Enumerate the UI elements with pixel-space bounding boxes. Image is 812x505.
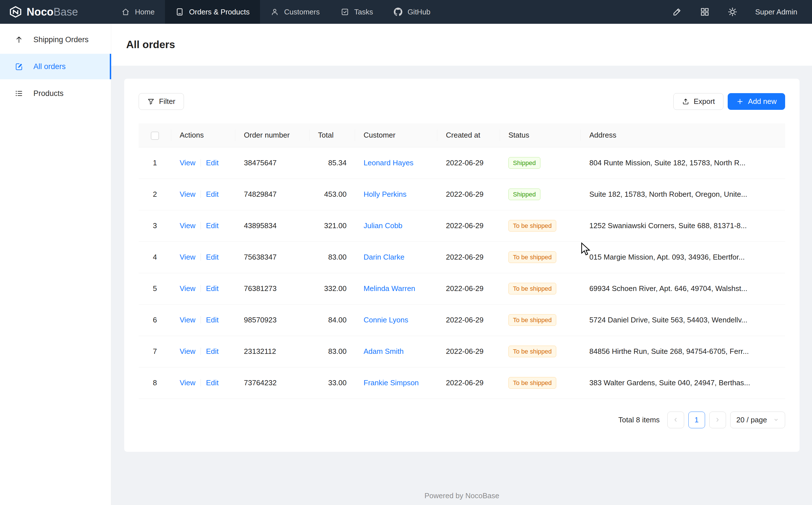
status-badge: To be shipped xyxy=(508,220,556,231)
row-index: 4 xyxy=(139,241,171,273)
cell-total: 84.00 xyxy=(309,304,355,336)
edit-link[interactable]: Edit xyxy=(206,284,219,293)
cell-order-number: 74829847 xyxy=(235,179,309,210)
cell-created-at: 2022-06-29 xyxy=(438,273,500,304)
plugin-manager-button[interactable] xyxy=(700,7,710,17)
orders-products-icon xyxy=(176,8,184,16)
cell-order-number: 75638347 xyxy=(235,241,309,273)
cell-customer: Leonard Hayes xyxy=(355,147,438,179)
status-badge: To be shipped xyxy=(508,346,556,357)
content-area: Filter Export Add new xyxy=(111,66,812,505)
edit-link[interactable]: Edit xyxy=(206,347,219,356)
cell-order-number: 38475647 xyxy=(235,147,309,179)
github-icon xyxy=(394,8,402,16)
header-order-number: Order number xyxy=(235,124,309,147)
nav-item-tasks[interactable]: Tasks xyxy=(330,0,383,24)
header-total: Total xyxy=(309,124,355,147)
view-link[interactable]: View xyxy=(180,284,196,293)
customer-link[interactable]: Frankie Simpson xyxy=(363,378,419,387)
add-new-button[interactable]: Add new xyxy=(728,93,785,110)
grid-icon xyxy=(700,7,710,17)
view-link[interactable]: View xyxy=(180,190,196,198)
settings-button[interactable] xyxy=(728,7,738,17)
nav-item-label: Tasks xyxy=(354,8,373,16)
pagination-total: Total 8 items xyxy=(618,415,660,424)
export-icon xyxy=(682,98,690,105)
cell-customer: Darin Clarke xyxy=(355,241,438,273)
export-label: Export xyxy=(694,97,715,106)
sidebar-item-all-orders[interactable]: All orders xyxy=(0,54,111,79)
edit-link[interactable]: Edit xyxy=(206,316,219,324)
user-menu[interactable]: Super Admin xyxy=(755,8,797,16)
nav-item-home[interactable]: Home xyxy=(111,0,165,24)
table-row: 8 ViewEdit 73764232 33.00 Frankie Simpso… xyxy=(139,367,785,398)
pagination-next-button[interactable] xyxy=(709,411,726,428)
logo-text: NocoBase xyxy=(27,6,78,18)
pagination-prev-button[interactable] xyxy=(667,411,684,428)
cell-created-at: 2022-06-29 xyxy=(438,336,500,367)
customer-link[interactable]: Adam Smith xyxy=(363,347,404,356)
cell-total: 83.00 xyxy=(309,241,355,273)
page-size-value: 20 / page xyxy=(737,415,767,424)
header-actions: Actions xyxy=(171,124,235,147)
view-link[interactable]: View xyxy=(180,347,196,356)
nav-item-orders-products[interactable]: Orders & Products xyxy=(165,0,260,24)
pagination-page-1[interactable]: 1 xyxy=(689,411,705,428)
divider xyxy=(201,316,201,324)
cell-status: To be shipped xyxy=(500,273,581,304)
cell-status: To be shipped xyxy=(500,304,581,336)
customer-link[interactable]: Leonard Hayes xyxy=(363,159,414,167)
form-icon xyxy=(15,62,23,71)
row-index: 7 xyxy=(139,336,171,367)
ui-editor-button[interactable] xyxy=(672,7,682,17)
nocobase-logo[interactable]: NocoBase xyxy=(0,0,111,24)
cell-created-at: 2022-06-29 xyxy=(438,147,500,179)
sidebar-item-shipping-orders[interactable]: Shipping Orders xyxy=(0,27,111,52)
customer-link[interactable]: Darin Clarke xyxy=(363,253,404,261)
customers-icon xyxy=(270,8,279,16)
customer-link[interactable]: Connie Lyons xyxy=(363,316,408,324)
sidebar: Shipping Orders All orders Products xyxy=(0,24,111,505)
cell-total: 321.00 xyxy=(309,210,355,241)
export-button[interactable]: Export xyxy=(673,93,724,110)
page-size-select[interactable]: 20 / page xyxy=(730,411,785,428)
cell-order-number: 76381273 xyxy=(235,273,309,304)
edit-link[interactable]: Edit xyxy=(206,190,219,198)
row-actions: ViewEdit xyxy=(171,147,235,179)
logo-base: Base xyxy=(53,6,78,18)
pagination: Total 8 items 1 20 / page xyxy=(139,411,785,428)
cell-customer: Frankie Simpson xyxy=(355,367,438,398)
view-link[interactable]: View xyxy=(180,316,196,324)
table-row: 2 ViewEdit 74829847 453.00 Holly Perkins… xyxy=(139,179,785,210)
row-index: 6 xyxy=(139,304,171,336)
header-created-at: Created at xyxy=(438,124,500,147)
view-link[interactable]: View xyxy=(180,378,196,387)
edit-link[interactable]: Edit xyxy=(206,378,219,387)
view-link[interactable]: View xyxy=(180,221,196,230)
edit-link[interactable]: Edit xyxy=(206,253,219,261)
edit-link[interactable]: Edit xyxy=(206,221,219,230)
cell-status: To be shipped xyxy=(500,336,581,367)
sidebar-item-products[interactable]: Products xyxy=(0,81,111,106)
row-index: 8 xyxy=(139,367,171,398)
view-link[interactable]: View xyxy=(180,253,196,261)
header-status: Status xyxy=(500,124,581,147)
nav-item-github[interactable]: GitHub xyxy=(383,0,441,24)
filter-button[interactable]: Filter xyxy=(139,93,184,110)
customer-link[interactable]: Melinda Warren xyxy=(363,284,415,293)
row-index: 3 xyxy=(139,210,171,241)
cell-created-at: 2022-06-29 xyxy=(438,210,500,241)
customer-link[interactable]: Julian Cobb xyxy=(363,221,402,230)
cell-address: 015 Margie Mission, Apt. 093, 34936, Ebe… xyxy=(581,241,785,273)
nav-item-customers[interactable]: Customers xyxy=(260,0,330,24)
cell-status: To be shipped xyxy=(500,210,581,241)
cell-address: 5724 Daniel Drive, Suite 563, 54403, Wen… xyxy=(581,304,785,336)
select-all-checkbox[interactable] xyxy=(151,132,159,140)
view-link[interactable]: View xyxy=(180,159,196,167)
header-customer: Customer xyxy=(355,124,438,147)
header-select xyxy=(139,124,171,147)
header-address: Address xyxy=(581,124,785,147)
customer-link[interactable]: Holly Perkins xyxy=(363,190,407,198)
edit-link[interactable]: Edit xyxy=(206,159,219,167)
row-actions: ViewEdit xyxy=(171,273,235,304)
